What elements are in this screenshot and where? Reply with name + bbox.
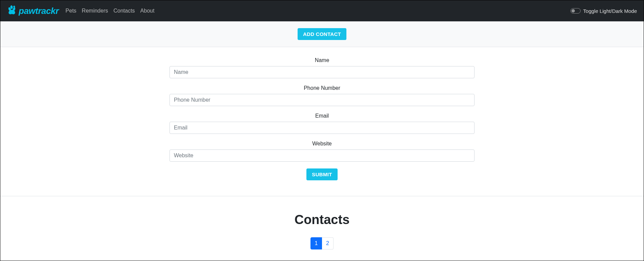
- form-group-name: Name: [169, 57, 475, 78]
- name-label: Name: [169, 57, 475, 63]
- form-group-phone: Phone Number: [169, 85, 475, 106]
- brand-text: pawtrackr: [19, 6, 59, 16]
- add-contact-bar: ADD CONTACT: [0, 21, 644, 47]
- email-label: Email: [169, 113, 475, 119]
- brand-link[interactable]: pawtrackr: [7, 5, 59, 17]
- pagination: 1 2: [310, 237, 334, 249]
- contact-form: Name Phone Number Email Website SUBMIT: [169, 57, 475, 180]
- navbar: pawtrackr Pets Reminders Contacts About …: [0, 0, 644, 21]
- submit-wrap: SUBMIT: [306, 168, 337, 180]
- nav-link-about[interactable]: About: [140, 6, 155, 15]
- phone-input[interactable]: [169, 94, 475, 106]
- website-label: Website: [169, 141, 475, 147]
- page-1[interactable]: 1: [310, 237, 322, 249]
- contacts-heading: Contacts: [0, 213, 644, 227]
- add-contact-button[interactable]: ADD CONTACT: [298, 28, 346, 40]
- nav-link-pets[interactable]: Pets: [65, 6, 76, 15]
- paw-icon: [7, 5, 19, 17]
- toggle-knob: [571, 9, 575, 13]
- theme-toggle-area: Toggle Light/Dark Mode: [570, 8, 637, 14]
- svg-point-0: [13, 5, 15, 7]
- form-group-email: Email: [169, 113, 475, 134]
- name-input[interactable]: [169, 66, 475, 78]
- nav-link-reminders[interactable]: Reminders: [82, 6, 108, 15]
- contacts-section: Contacts 1 2: [0, 196, 644, 258]
- form-group-website: Website: [169, 141, 475, 162]
- email-input[interactable]: [169, 122, 475, 134]
- nav-link-contacts[interactable]: Contacts: [114, 6, 135, 15]
- theme-toggle-label: Toggle Light/Dark Mode: [583, 8, 637, 14]
- phone-label: Phone Number: [169, 85, 475, 91]
- submit-button[interactable]: SUBMIT: [306, 168, 337, 180]
- nav-links: Pets Reminders Contacts About: [65, 6, 570, 15]
- contact-form-area: Name Phone Number Email Website SUBMIT: [0, 47, 644, 196]
- page-2[interactable]: 2: [322, 237, 334, 249]
- theme-toggle-switch[interactable]: [570, 8, 581, 14]
- website-input[interactable]: [169, 149, 475, 162]
